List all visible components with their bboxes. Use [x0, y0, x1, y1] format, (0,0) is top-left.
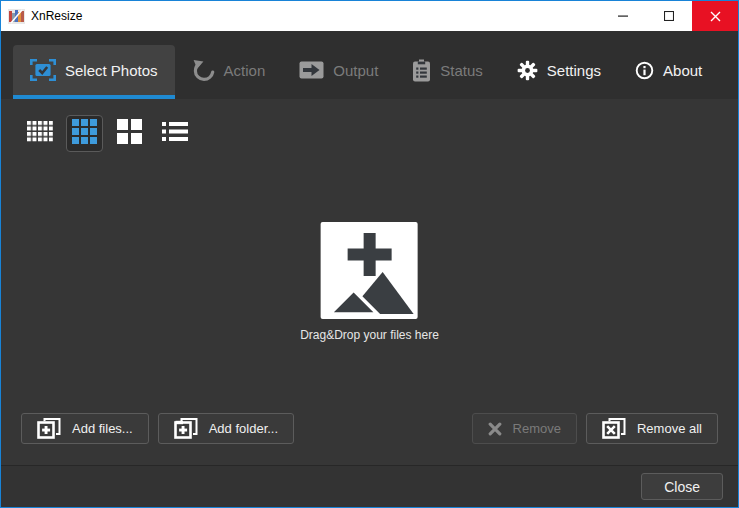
- clipboard-icon: [412, 59, 431, 82]
- small-grid-icon: [27, 121, 53, 146]
- remove-x-icon: [488, 422, 502, 436]
- titlebar: XnResize: [1, 1, 738, 31]
- button-label: Close: [664, 479, 700, 495]
- tab-output[interactable]: Output: [282, 45, 395, 99]
- tab-label: Settings: [547, 62, 601, 79]
- tabbar: Select Photos Action Output: [1, 31, 738, 99]
- select-photos-icon: [30, 59, 56, 81]
- large-grid-icon: [117, 119, 142, 148]
- tab-select-photos[interactable]: Select Photos: [13, 45, 175, 99]
- tab-label: Status: [440, 62, 483, 79]
- add-files-icon: [37, 418, 61, 439]
- button-label: Add files...: [72, 421, 133, 436]
- tab-settings[interactable]: Settings: [500, 45, 618, 99]
- thumbnail-view-toolbar: [21, 115, 193, 152]
- gear-icon: [517, 60, 538, 81]
- add-image-placeholder-icon: [321, 222, 418, 319]
- tab-status[interactable]: Status: [395, 45, 500, 99]
- file-actions-row: Add files... Add folder...: [21, 413, 718, 444]
- view-small-thumbnails-button[interactable]: [21, 115, 58, 152]
- remove-all-icon: [602, 418, 626, 439]
- tab-label: Output: [333, 62, 378, 79]
- remove-button[interactable]: Remove: [472, 413, 577, 444]
- tab-label: Action: [224, 62, 266, 79]
- button-label: Remove: [513, 421, 561, 436]
- list-view-icon: [162, 122, 188, 145]
- maximize-button[interactable]: [646, 1, 692, 31]
- drop-hint-label: Drag&Drop your files here: [300, 328, 439, 342]
- remove-buttons-group: Remove Remove all: [472, 413, 718, 444]
- add-folder-icon: [174, 418, 198, 439]
- view-list-button[interactable]: [156, 115, 193, 152]
- file-drop-area[interactable]: Drag&Drop your files here: [300, 222, 439, 342]
- button-label: Remove all: [637, 421, 702, 436]
- tab-action[interactable]: Action: [175, 45, 283, 99]
- window-title: XnResize: [31, 9, 82, 23]
- close-button[interactable]: [692, 1, 738, 31]
- select-photos-panel: Drag&Drop your files here Add files...: [1, 99, 738, 465]
- close-dialog-button[interactable]: Close: [641, 473, 723, 500]
- minimize-button[interactable]: [600, 1, 646, 31]
- window-controls: [600, 1, 738, 31]
- app-icon: [8, 9, 25, 24]
- remove-all-button[interactable]: Remove all: [586, 413, 718, 444]
- export-arrow-icon: [299, 61, 324, 79]
- medium-grid-icon: [72, 119, 97, 148]
- view-medium-thumbnails-button[interactable]: [66, 115, 103, 152]
- tab-label: About: [663, 62, 702, 79]
- view-large-thumbnails-button[interactable]: [111, 115, 148, 152]
- add-folder-button[interactable]: Add folder...: [158, 413, 294, 444]
- xnresize-window: XnResize: [0, 0, 739, 508]
- info-icon: [635, 61, 654, 80]
- button-label: Add folder...: [209, 421, 278, 436]
- add-files-button[interactable]: Add files...: [21, 413, 149, 444]
- tab-about[interactable]: About: [618, 45, 719, 99]
- add-buttons-group: Add files... Add folder...: [21, 413, 294, 444]
- undo-arrow-icon: [192, 59, 215, 82]
- tab-label: Select Photos: [65, 62, 158, 79]
- footer-bar: Close: [1, 465, 738, 507]
